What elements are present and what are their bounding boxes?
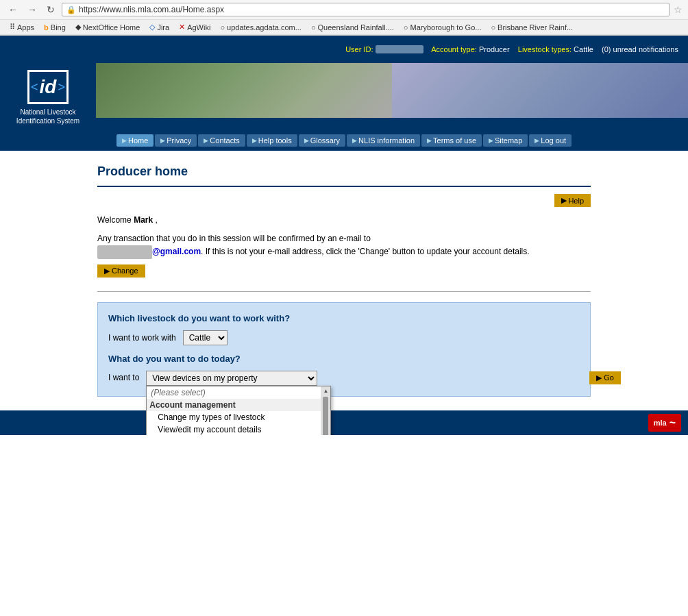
account-type-label: Account type: (431, 45, 477, 53)
nav-nlis-info[interactable]: ▶ NLIS information (347, 134, 420, 147)
bookmark-bing[interactable]: b Bing (40, 22, 70, 33)
bookmark-agdata-label: updates.agdata.com... (227, 23, 302, 32)
livestock-question: Which livestock do you want to work with… (108, 313, 580, 323)
welcome-comma: , (156, 215, 158, 225)
email-note-line: Any transaction that you do in this sess… (97, 232, 591, 258)
email-blurred (97, 245, 152, 258)
bookmark-nextoffice-label: NextOffice Home (83, 23, 140, 32)
logo-id-text: id (40, 76, 57, 98)
bookmark-jira[interactable]: ◇ Jira (145, 21, 173, 33)
bookmark-bing-label: Bing (51, 23, 66, 32)
change-arrow-icon: ▶ (104, 267, 110, 275)
url-text: https://www.nlis.mla.com.au/Home.aspx (79, 5, 665, 14)
email-note-text: Any transaction that you do in this sess… (97, 234, 371, 243)
qrainfall-icon: ○ (311, 23, 316, 32)
scroll-thumb[interactable] (323, 397, 328, 435)
bookmark-maryborough[interactable]: ○ Maryborough to Go... (400, 22, 486, 33)
header-logo: < id > National LivestockIdentification … (0, 63, 96, 132)
bookmark-agwiki-label: AgWiki (187, 23, 210, 32)
nav-logout[interactable]: ▶ Log out (529, 134, 572, 147)
dropdown-scrollbar[interactable]: ▲ ▼ (321, 386, 330, 435)
change-button[interactable]: ▶ Change (97, 264, 145, 278)
nav-privacy[interactable]: ▶ Privacy (155, 134, 197, 147)
lock-icon: 🔒 (66, 5, 76, 14)
header-user-bar: User ID: Account type: Producer Livestoc… (0, 36, 688, 63)
do-today-question: What do you want to do today? (108, 354, 580, 364)
welcome-section: Welcome Mark , Any transaction that you … (97, 214, 591, 278)
header-main: < id > National LivestockIdentification … (0, 63, 688, 132)
nav-glossary-arrow: ▶ (304, 137, 309, 144)
go-button[interactable]: ▶ Go (589, 371, 621, 384)
header-image-1 (96, 63, 392, 118)
user-id-label: User ID: (345, 45, 373, 53)
nav-contacts-arrow: ▶ (204, 137, 208, 144)
bookmark-apps-label: Apps (17, 23, 34, 32)
nav-help-tools-arrow: ▶ (252, 137, 257, 144)
section-divider (97, 291, 591, 292)
bookmarks-bar: ⠿ Apps b Bing ◆ NextOffice Home ◇ Jira ✕… (0, 20, 688, 35)
welcome-line: Welcome Mark , (97, 214, 591, 227)
nav-terms-arrow: ▶ (427, 137, 432, 144)
logo-right-chevron: > (58, 80, 65, 95)
nav-nlis-info-label: NLIS information (358, 136, 415, 145)
refresh-button[interactable]: ↻ (44, 3, 58, 16)
i-want-to-work-with-label: I want to work with (108, 333, 176, 343)
help-button[interactable]: ▶ Help (554, 194, 591, 207)
site-footer: mla ~ (0, 410, 688, 435)
help-btn-row: ▶ Help (97, 194, 591, 207)
dd-change-livestock[interactable]: Change my types of livestock (147, 411, 321, 423)
header-image-2 (392, 63, 688, 118)
logo-box: < id > (27, 70, 69, 104)
nav-privacy-arrow: ▶ (160, 137, 165, 144)
email-domain: @gmail.com (152, 247, 201, 256)
livestock-types-value: Cattle (574, 45, 593, 53)
want-row: I want to (Please select) View devices o… (108, 371, 580, 386)
action-select-container: (Please select) View devices on my prope… (146, 371, 317, 386)
livestock-row: I want to work with Cattle Sheep Goats (108, 330, 580, 345)
nav-contacts[interactable]: ▶ Contacts (198, 134, 245, 147)
browser-chrome: ← → ↻ 🔒 https://www.nlis.mla.com.au/Home… (0, 0, 688, 36)
nav-logout-label: Log out (541, 136, 566, 145)
bookmark-star[interactable]: ☆ (674, 4, 683, 15)
bookmark-nextoffice[interactable]: ◆ NextOffice Home (71, 21, 145, 33)
email-change-note: . If this is not your e-mail address, cl… (201, 247, 530, 256)
back-button[interactable]: ← (5, 3, 21, 16)
livestock-type-select[interactable]: Cattle Sheep Goats (183, 330, 228, 345)
bookmark-brisbane[interactable]: ○ Brisbane River Rainf... (487, 22, 577, 33)
forward-button[interactable]: → (25, 3, 40, 16)
user-info: User ID: Account type: Producer Livestoc… (341, 42, 681, 56)
dd-view-account[interactable]: View/edit my account details (147, 423, 321, 435)
bookmark-jira-label: Jira (157, 23, 169, 32)
nav-glossary-label: Glossary (310, 136, 340, 145)
page-title: Producer home (97, 164, 591, 179)
content-inner: Producer home ▶ Help Welcome Mark , Any … (84, 151, 604, 410)
nav-privacy-label: Privacy (167, 136, 191, 145)
livestock-section: Which livestock do you want to work with… (97, 302, 591, 397)
agdata-icon: ○ (220, 23, 225, 32)
nav-help-tools[interactable]: ▶ Help tools (247, 134, 297, 147)
account-type-value: Producer (479, 45, 510, 53)
nav-glossary[interactable]: ▶ Glossary (299, 134, 345, 147)
nav-sitemap[interactable]: ▶ Sitemap (483, 134, 528, 147)
logo-text: National LivestockIdentification System (16, 108, 79, 125)
livestock-types-label: Livestock types: (518, 45, 572, 53)
i-want-label: I want to (108, 371, 139, 382)
apps-grid-icon: ⠿ (10, 23, 15, 32)
scroll-up-arrow[interactable]: ▲ (321, 386, 330, 395)
brisbane-icon: ○ (491, 23, 495, 32)
bookmark-agdata[interactable]: ○ updates.agdata.com... (216, 22, 306, 33)
bookmark-apps[interactable]: ⠿ Apps (5, 21, 38, 33)
nav-terms[interactable]: ▶ Terms of use (421, 134, 482, 147)
help-button-label: Help (568, 197, 584, 205)
address-bar[interactable]: 🔒 https://www.nlis.mla.com.au/Home.aspx (62, 3, 669, 16)
dd-placeholder[interactable]: (Please select) (147, 386, 321, 399)
bookmark-qrainfall[interactable]: ○ Queensland Rainfall.... (307, 22, 398, 33)
bookmark-agwiki[interactable]: ✕ AgWiki (175, 21, 214, 33)
mla-swoosh-icon: ~ (669, 417, 676, 429)
action-select[interactable]: (Please select) View devices on my prope… (146, 371, 317, 386)
nav-logout-arrow: ▶ (535, 137, 539, 144)
header-images (96, 63, 688, 118)
dropdown-overlay[interactable]: (Please select) Account management Chang… (146, 386, 331, 435)
nav-home[interactable]: ▶ Home (116, 134, 153, 147)
change-button-label: Change (112, 267, 138, 275)
